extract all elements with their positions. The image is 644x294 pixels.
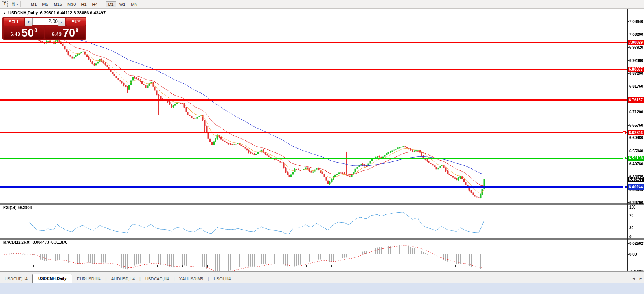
timeframe-button-h4[interactable]: H4 <box>90 1 100 7</box>
timeframe-button-m1[interactable]: M1 <box>28 1 39 7</box>
timeframe-button-w1[interactable]: W1 <box>116 1 128 7</box>
price-axis-tick-label: 6.71200 <box>629 110 643 115</box>
price-axis-tick-label: 6.92480 <box>629 58 643 63</box>
rsi-axis-tick-label: 100 <box>629 205 636 210</box>
level-line-anchor-marker[interactable] <box>623 157 626 159</box>
rsi-axis-tick-label: 70 <box>629 213 633 218</box>
chart-tab-usoil-h4[interactable]: USOil,H4 <box>209 275 236 283</box>
chart-tab-usdchf-h4[interactable]: USDCHF,H4 <box>0 275 32 283</box>
horizontal-level-line-6.76157[interactable] <box>0 99 627 101</box>
price-axis-line <box>627 9 628 273</box>
horizontal-level-line-6.40244[interactable] <box>0 186 627 188</box>
timeframe-button-d1[interactable]: D1 <box>106 1 116 7</box>
price-level-badge: 6.88897 <box>628 67 644 72</box>
macd-panel-divider[interactable] <box>0 238 644 240</box>
volume-decrease-button[interactable]: ▼ <box>25 18 32 26</box>
toolbar-separator <box>103 1 103 7</box>
level-line-anchor-marker[interactable] <box>623 131 626 134</box>
arrows-tool-icon[interactable]: ⇅ <box>12 2 16 7</box>
buy-price-display[interactable]: 6.43 70 9 <box>45 26 85 39</box>
chart-tab-usdcad-h4[interactable]: USDCAD,H4 <box>141 275 174 283</box>
sell-price-display[interactable]: 6.43 50 0 <box>4 26 44 39</box>
chart-tab-xauusd-m5[interactable]: XAUUSD,M5 <box>175 275 208 283</box>
chart-tab-bar: USDCHF,H4USDCNH,DailyEURUSD,H4|AUDUSD,H4… <box>0 271 644 283</box>
buy-price-prefix: 6.43 <box>52 31 62 37</box>
macd-axis-tick-label: 0.025623 <box>629 241 644 246</box>
price-axis-tick-label: 6.49760 <box>629 161 643 166</box>
macd-indicator-label: MACD(12,26,9) -0.004473 -0.011870 <box>3 240 67 244</box>
buy-button[interactable]: BUY <box>66 18 86 26</box>
chart-toolbar: T ⇅ ▾ M1M5M15M30H1H4D1W1MN <box>0 0 644 9</box>
chart-tab-usdcnh-daily[interactable]: USDCNH,Daily <box>32 274 72 283</box>
rsi-axis-tick-label: 30 <box>629 225 633 230</box>
candlestick-chart-canvas[interactable] <box>0 9 644 274</box>
sell-button[interactable]: SELL <box>4 18 25 26</box>
text-tool-button[interactable]: T <box>2 1 8 7</box>
one-click-trading-panel: SELL ▼ ▲ BUY 6.43 50 0 6.43 70 9 <box>2 17 86 40</box>
horizontal-level-line-6.52108[interactable] <box>0 158 627 159</box>
collapse-panel-icon[interactable]: ▲ <box>3 12 6 15</box>
price-level-badge: 6.76157 <box>628 97 644 103</box>
price-axis-tick-label: 6.65760 <box>629 123 643 128</box>
price-axis-tick-label: 7.03200 <box>629 32 643 37</box>
timeframe-button-h1[interactable]: H1 <box>78 1 89 7</box>
chart-title: ▲USDCNH,Daily 6.39301 6.44112 6.38886 6.… <box>3 11 106 15</box>
macd-axis-tick-label: 0.00 <box>629 252 637 257</box>
level-line-anchor-marker[interactable] <box>623 186 626 188</box>
price-level-badge: 6.52108 <box>628 156 644 161</box>
price-axis-tick-label: 6.60480 <box>629 135 643 140</box>
chart-symbol-label: USDCNH,Daily <box>8 11 38 15</box>
toolbar-separator <box>20 1 21 7</box>
timeframe-button-mn[interactable]: MN <box>128 1 140 7</box>
sell-price-pips: 50 <box>21 27 34 39</box>
volume-input[interactable] <box>32 18 60 25</box>
buy-price-pips: 70 <box>63 27 75 39</box>
mt4-terminal: T ⇅ ▾ M1M5M15M30H1H4D1W1MN ▲USDCNH,Daily… <box>0 0 644 294</box>
price-axis-tick-label: 6.55040 <box>629 149 643 154</box>
volume-increase-button[interactable]: ▲ <box>58 18 65 26</box>
timeframe-button-m30[interactable]: M30 <box>65 1 78 7</box>
timeframe-button-m15[interactable]: M15 <box>51 1 65 7</box>
price-axis-tick-label: 6.81760 <box>629 84 643 89</box>
arrows-tool-caret-icon[interactable]: ▾ <box>16 2 18 6</box>
status-bar <box>0 283 644 294</box>
tab-scroll-right-icon[interactable]: ► <box>638 275 644 281</box>
current-price-line <box>0 179 627 179</box>
horizontal-level-line-6.88897[interactable] <box>0 69 627 70</box>
tab-scroll-left-icon[interactable]: ◄ <box>631 275 637 281</box>
chart-tab-audusd-h4[interactable]: AUDUSD,H4 <box>106 275 139 283</box>
rsi-indicator-label: RSI(14) 59.3903 <box>3 205 32 210</box>
horizontal-level-line-6.62646[interactable] <box>0 132 627 133</box>
timeframe-button-m5[interactable]: M5 <box>39 1 51 7</box>
horizontal-level-line-7.00029[interactable] <box>0 42 627 43</box>
timeframe-buttons: M1M5M15M30H1H4D1W1MN <box>28 1 140 7</box>
price-level-badge: 6.40244 <box>628 184 644 190</box>
price-axis-tick-label: 6.97920 <box>629 45 643 50</box>
current-price-badge: 6.43497 <box>628 177 644 182</box>
buy-price-point: 9 <box>76 27 78 33</box>
price-axis-tick-label: 7.08640 <box>629 19 643 24</box>
sell-price-point: 0 <box>34 27 37 33</box>
rsi-panel-divider[interactable] <box>0 203 644 205</box>
rsi-axis-tick-label: 0 <box>629 234 632 239</box>
chart-window: ▲USDCNH,Daily 6.39301 6.44112 6.38886 6.… <box>0 9 644 292</box>
chart-ohlc-values: 6.39301 6.44112 6.38886 6.43497 <box>40 11 106 15</box>
price-level-badge: 7.00029 <box>628 40 644 45</box>
price-level-badge: 6.62646 <box>628 130 644 135</box>
chart-tab-eurusd-h4[interactable]: EURUSD,H4 <box>72 275 106 283</box>
sell-price-prefix: 6.43 <box>11 31 20 37</box>
toolbar-grip <box>25 2 26 7</box>
